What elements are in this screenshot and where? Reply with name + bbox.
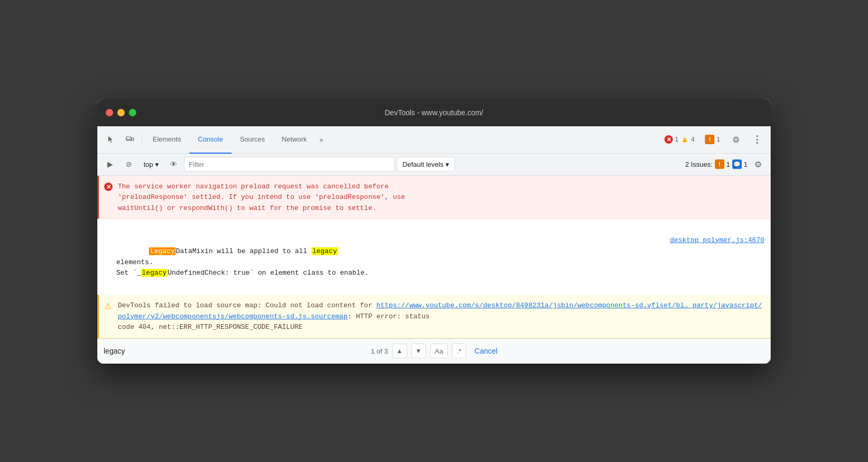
maximize-button[interactable] xyxy=(129,109,136,116)
info-message: desktop_polymer.js:4670 LegacyDataMixin … xyxy=(97,219,771,295)
minimize-button[interactable] xyxy=(117,109,125,116)
error-badge-button[interactable]: ✕ 1 ▲ 4 xyxy=(660,133,699,146)
run-icon: ▶ xyxy=(107,160,113,168)
issues-message-count: 1 xyxy=(744,160,748,168)
issues-message-icon: 💬 xyxy=(732,159,742,169)
regex-button[interactable]: .* xyxy=(452,344,466,358)
tab-console[interactable]: Console xyxy=(189,126,231,154)
device-toggle-button[interactable] xyxy=(120,130,139,149)
log-levels-label: Default levels xyxy=(402,160,443,168)
tab-separator-1 xyxy=(142,133,142,146)
warning-message: ⚠ DevTools failed to load source map: Co… xyxy=(97,295,771,338)
devtools-tab-bar: Elements Console Sources Network » ✕ 1 ▲… xyxy=(97,126,771,154)
search-down-arrow-icon: ▼ xyxy=(416,347,422,355)
settings-button[interactable]: ⚙ xyxy=(726,130,745,149)
more-options-icon: ⋮ xyxy=(752,134,762,145)
console-settings-button[interactable]: ⚙ xyxy=(750,156,766,173)
highlight-legacy-orange: Legacy xyxy=(149,247,176,255)
filter-input[interactable] xyxy=(184,157,395,172)
error-message-text: The service worker navigation preload re… xyxy=(118,183,405,212)
issue-count: 1 xyxy=(716,136,720,143)
cursor-icon-button[interactable] xyxy=(102,130,120,149)
error-msg-icon: ✕ xyxy=(104,182,113,192)
tabs-right-section: ✕ 1 ▲ 4 ! 1 ⚙ ⋮ xyxy=(660,130,766,149)
no-icon: ⊘ xyxy=(126,160,132,168)
issue-badge-button[interactable]: ! 1 xyxy=(701,133,724,146)
match-case-button[interactable]: Aa xyxy=(430,344,448,358)
console-gear-icon: ⚙ xyxy=(754,159,762,169)
tab-elements[interactable]: Elements xyxy=(144,126,189,154)
highlight-legacy-yellow-2: legacy xyxy=(141,269,168,277)
tab-network[interactable]: Network xyxy=(274,126,316,154)
more-tabs-button[interactable]: » xyxy=(315,130,327,149)
warning-triangle-icon: ⚠ xyxy=(104,301,112,311)
traffic-lights xyxy=(106,109,136,116)
filter-input-wrapper xyxy=(184,157,395,172)
match-case-label: Aa xyxy=(435,347,443,355)
error-circle-icon: ✕ xyxy=(104,183,113,191)
cancel-label: Cancel xyxy=(475,347,498,355)
search-count: 1 of 3 xyxy=(371,347,388,355)
context-label: top xyxy=(144,160,153,168)
error-message: ✕ The service worker navigation preload … xyxy=(97,176,771,219)
settings-gear-icon: ⚙ xyxy=(732,135,740,145)
log-levels-button[interactable]: Default levels ▾ xyxy=(397,157,455,172)
error-count: 1 xyxy=(675,136,679,143)
highlight-legacy-yellow-1: legacy xyxy=(311,247,338,255)
regex-label: .* xyxy=(457,347,461,355)
svg-rect-1 xyxy=(132,138,134,140)
error-icon: ✕ xyxy=(664,135,673,144)
window-title: DevTools - www.youtube.com/ xyxy=(385,108,483,117)
context-dropdown-arrow: ▾ xyxy=(155,160,159,168)
source-link[interactable]: desktop_polymer.js:4670 xyxy=(670,235,764,246)
warning-message-text: DevTools failed to load source map: Coul… xyxy=(118,302,762,331)
warning-source-link[interactable]: https://www.youtube.com/s/desktop/849823… xyxy=(118,302,762,320)
more-options-button[interactable]: ⋮ xyxy=(748,130,766,149)
log-levels-arrow: ▾ xyxy=(446,160,449,168)
issues-issue-count: 1 xyxy=(726,160,730,168)
cancel-search-button[interactable]: Cancel xyxy=(470,345,502,357)
tab-sources[interactable]: Sources xyxy=(231,126,274,154)
eye-icon: 👁 xyxy=(170,160,177,168)
eye-button[interactable]: 👁 xyxy=(165,156,182,173)
warning-count: 4 xyxy=(691,136,695,143)
close-button[interactable] xyxy=(106,109,113,116)
context-selector[interactable]: top ▾ xyxy=(139,157,163,172)
warning-icon: ▲ xyxy=(681,135,689,144)
clear-errors-button[interactable]: ⊘ xyxy=(120,156,137,173)
info-message-text: desktop_polymer.js:4670 LegacyDataMixin … xyxy=(116,237,369,288)
svg-rect-0 xyxy=(126,137,131,140)
search-input[interactable] xyxy=(104,343,367,359)
execute-button[interactable]: ▶ xyxy=(102,156,118,173)
search-up-arrow-icon: ▲ xyxy=(397,347,403,355)
warning-msg-icon: ⚠ xyxy=(104,301,112,311)
issues-label: 2 Issues: xyxy=(685,160,713,168)
issues-section: 2 Issues: ! 1 💬 1 xyxy=(685,159,748,169)
search-prev-button[interactable]: ▲ xyxy=(392,344,407,358)
devtools-window: DevTools - www.youtube.com/ Elements Con… xyxy=(97,99,771,364)
console-toolbar: ▶ ⊘ top ▾ 👁 Default levels ▾ 2 Issues: !… xyxy=(97,154,771,176)
title-bar: DevTools - www.youtube.com/ xyxy=(97,99,771,126)
issues-issue-icon: ! xyxy=(715,159,724,169)
issue-icon: ! xyxy=(705,135,714,144)
search-bar: 1 of 3 ▲ ▼ Aa .* Cancel xyxy=(97,338,771,364)
console-content: ✕ The service worker navigation preload … xyxy=(97,176,771,338)
search-next-button[interactable]: ▼ xyxy=(411,344,426,358)
